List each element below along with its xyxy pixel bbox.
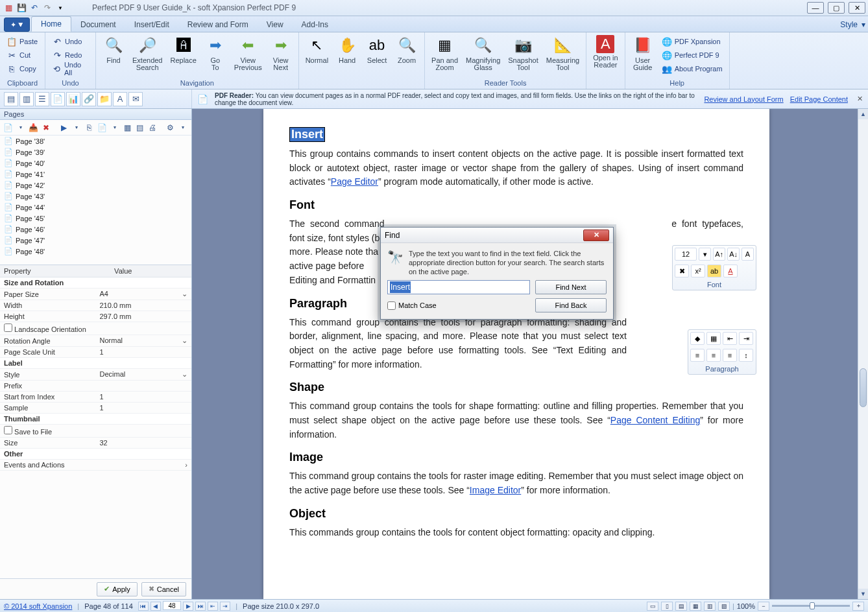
page-list-item[interactable]: Page '44' [0,202,191,213]
close-button[interactable]: ✕ [849,2,865,14]
about-program-link[interactable]: 👥About Program [660,62,724,75]
page-list-item[interactable]: Page '40' [0,158,191,169]
scrollbar-thumb[interactable] [860,368,867,407]
tab-document[interactable]: Document [71,18,125,32]
scroll-down-icon[interactable]: ▼ [858,589,868,599]
page-list-item[interactable]: Page '45' [0,213,191,224]
page-copy-icon[interactable]: ⎘ [84,122,95,134]
cancel-button[interactable]: ✖Cancel [141,582,186,596]
layout-5-icon[interactable]: ▥ [704,602,716,611]
page-list-item[interactable]: Page '46' [0,224,191,235]
perfect-pdf9-link[interactable]: 🌐Perfect PDF 9 [660,49,724,62]
page-list-item[interactable]: Page '39' [0,147,191,158]
prop-row[interactable]: Landscape Orientation [0,322,191,335]
style-menu[interactable]: Style [835,18,868,32]
document-view[interactable]: Insert This group contains commands to i… [192,109,868,599]
prop-row[interactable]: Width210.0 mm [0,300,191,311]
magnify-button[interactable]: 🔍Magnifying Glass [462,34,504,78]
copy-button[interactable]: ⎘Copy [5,62,39,75]
view-mode8-icon[interactable]: A [113,92,127,106]
qat-dropdown-icon[interactable]: ▼ [54,2,66,14]
view-mode5-icon[interactable]: 📊 [66,92,80,106]
page-list-item[interactable]: Page '43' [0,191,191,202]
snapshot-button[interactable]: 📷Snapshot Tool [504,34,542,78]
layout-4-icon[interactable]: ▦ [690,602,701,611]
tab-insert-edit[interactable]: Insert/Edit [125,18,178,32]
page-new-icon[interactable]: 📄 [96,122,108,134]
cut-button[interactable]: ✂Cut [5,49,39,62]
prop-row[interactable]: Start from Index1 [0,392,191,403]
view-mode4-icon[interactable]: 📄 [51,92,65,106]
match-case-input[interactable] [387,301,396,310]
hand-tool-button[interactable]: ✋Hand [332,34,362,78]
view-mode2-icon[interactable]: ▥ [19,92,34,106]
zoom-slider[interactable] [772,605,850,607]
image-editor-link[interactable]: Image Editor [470,485,521,495]
pan-zoom-button[interactable]: ▦Pan and Zoom [428,34,462,78]
view-mode7-icon[interactable]: 📁 [97,92,112,106]
tab-addins[interactable]: Add-Ins [293,18,337,32]
tab-view[interactable]: View [258,18,293,32]
page-list-item[interactable]: Page '42' [0,180,191,191]
normal-tool-button[interactable]: ↖Normal [302,34,332,78]
prop-row[interactable]: Rotation AngleNormal⌄ [0,335,191,347]
ext-search-button[interactable]: 🔎Extended Search [128,34,166,78]
replace-button[interactable]: 🅰Replace [166,34,200,78]
apply-button[interactable]: ✔Apply [97,582,138,596]
page-editor-link[interactable]: Page Editor [331,176,378,187]
find-dialog-close-button[interactable]: ✕ [583,230,609,241]
qat-save-icon[interactable]: 💾 [16,2,27,14]
match-case-checkbox[interactable]: Match Case [387,298,530,312]
zoom-slider-knob[interactable] [810,602,815,609]
layout-2-icon[interactable]: ▯ [661,602,673,611]
scroll-up-icon[interactable]: ▲ [858,109,868,119]
find-input[interactable]: Insert [387,280,530,294]
gear-icon[interactable]: ⚙ [165,122,176,134]
prop-row[interactable]: Size32 [0,438,191,449]
prop-row[interactable]: Sample1 [0,403,191,414]
first-page-icon[interactable]: ⏮ [138,602,149,611]
layout-3-icon[interactable]: ▤ [675,602,687,611]
find-button[interactable]: 🔍Find [99,34,128,78]
page-list[interactable]: Page '38'Page '39'Page '40'Page '41'Page… [0,135,191,265]
maximize-button[interactable]: ▢ [828,2,845,14]
grid-list-icon[interactable]: ▤ [134,122,146,134]
view-prev-button[interactable]: ⬅View Previous [230,34,266,78]
prop-row[interactable]: Height297.0 mm [0,311,191,322]
view-mode6-icon[interactable]: 🔗 [82,92,96,106]
page-import-icon[interactable]: 📥 [28,122,40,134]
vertical-scrollbar[interactable]: ▲ ▼ [858,109,868,599]
page-number-input[interactable] [163,601,181,610]
tab-review-form[interactable]: Review and Form [178,18,258,32]
qat-redo-icon[interactable]: ↷ [42,2,53,14]
select-tool-button[interactable]: abSelect [362,34,392,78]
zoom-out-icon[interactable]: − [758,602,769,611]
find-back-button[interactable]: Find Back [535,298,607,312]
prop-row[interactable]: Page Scale Unit1 [0,347,191,358]
undo-button[interactable]: ↶Undo [51,35,90,48]
file-button[interactable]: ✦ [4,18,30,32]
user-guide-button[interactable]: 📕User Guide [628,34,658,78]
measure-button[interactable]: 📐Measuring Tool [542,34,583,78]
page-list-item[interactable]: Page '38' [0,135,191,147]
redo-button[interactable]: ↷Redo [51,49,90,62]
tab-home[interactable]: Home [31,16,71,32]
view-mode3-icon[interactable]: ☰ [35,92,49,106]
prop-row[interactable]: StyleDecimal⌄ [0,369,191,381]
prev-page-icon[interactable]: ◀ [151,602,161,611]
find-next-button[interactable]: Find Next [535,280,607,294]
pdf-xpansion-link[interactable]: 🌐PDF Xpansion [660,35,724,48]
prop-check[interactable] [4,324,12,332]
next-page-icon[interactable]: ▶ [183,602,193,611]
last-page-icon[interactable]: ⏭ [195,602,206,611]
edit-page-content-link[interactable]: Edit Page Content [790,95,848,103]
page-add-icon[interactable]: 📄 [3,122,14,134]
qat-undo-icon[interactable]: ↶ [29,2,40,14]
page-content-editing-link[interactable]: Page Content Editing [610,415,700,425]
minimize-button[interactable]: — [807,2,824,14]
zoom-in-icon[interactable]: ＋ [852,602,864,611]
view-mode1-icon[interactable]: ▤ [4,92,18,106]
infobar-close-icon[interactable]: ✕ [857,95,863,103]
prop-row[interactable]: Save to File [0,425,191,438]
print-icon[interactable]: 🖨 [147,122,159,134]
